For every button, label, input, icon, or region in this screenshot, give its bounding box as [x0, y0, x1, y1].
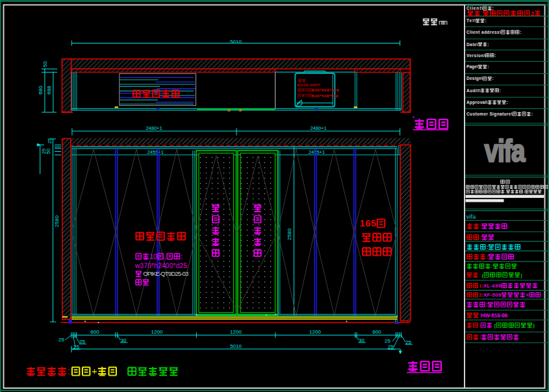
svg-text:,: ,	[164, 253, 166, 260]
svg-text::: :	[68, 366, 70, 376]
svg-text:Approval\: Approval\	[466, 100, 488, 105]
svg-text:5010: 5010	[230, 343, 242, 349]
svg-text:(: (	[482, 273, 484, 278]
svg-text:25: 25	[58, 337, 64, 343]
svg-text:25: 25	[405, 339, 411, 345]
svg-text:+: +	[92, 366, 97, 376]
svg-text::: :	[485, 18, 486, 23]
svg-text:600: 600	[90, 329, 99, 335]
svg-text::: :	[500, 88, 501, 93]
svg-text::: :	[487, 244, 489, 251]
svg-text:mm: mm	[439, 18, 448, 26]
svg-text:2455+1: 2455+1	[147, 149, 164, 155]
svg-text:KU15LA65TI: KU15LA65TI	[298, 83, 320, 87]
svg-text::: :	[181, 253, 183, 260]
svg-text:30: 30	[359, 337, 364, 343]
svg-text:Client address\: Client address\	[466, 30, 501, 34]
svg-text:): )	[533, 323, 535, 328]
svg-text:30: 30	[121, 337, 127, 343]
svg-text::: :	[487, 42, 489, 47]
svg-text::: :	[520, 30, 521, 34]
svg-text:Page\: Page\	[466, 64, 478, 69]
svg-text:688: 688	[46, 86, 52, 95]
svg-text:2:: 2:	[479, 292, 483, 298]
svg-text::: :	[492, 6, 494, 10]
svg-text::: :	[479, 223, 481, 230]
svg-text:HW-816-96: HW-816-96	[481, 312, 508, 319]
svg-text:Tel\: Tel\	[466, 18, 476, 23]
svg-text:XL-699: XL-699	[483, 283, 502, 289]
svg-text:25: 25	[79, 339, 85, 345]
svg-text:1200: 1200	[230, 329, 242, 335]
svg-text:820*548*549: 820*548*549	[312, 93, 338, 98]
svg-text::: :	[479, 334, 481, 340]
svg-text:680: 680	[38, 86, 44, 95]
svg-text::: :	[479, 273, 481, 278]
svg-text::: :	[531, 112, 533, 116]
svg-text:Version\: Version\	[466, 53, 485, 58]
svg-text:.: .	[524, 189, 525, 193]
svg-text::: :	[479, 234, 481, 241]
svg-text:+: +	[526, 292, 529, 298]
svg-text:w370*h2400*d25: w370*h2400*d25	[134, 262, 187, 269]
svg-text:): )	[520, 273, 522, 278]
svg-text:OPIKE-QT9D25-03: OPIKE-QT9D25-03	[143, 270, 188, 277]
svg-text:Design\: Design\	[466, 76, 483, 81]
svg-text:50: 50	[45, 149, 51, 154]
svg-text:5010: 5010	[230, 39, 242, 45]
svg-text::: :	[492, 76, 494, 80]
svg-text:1:: 1:	[479, 283, 483, 289]
svg-text:1200: 1200	[151, 329, 163, 335]
svg-text:2580: 2580	[287, 228, 292, 240]
svg-text::: :	[494, 53, 496, 58]
svg-text::: :	[487, 254, 489, 260]
svg-text:600: 600	[372, 329, 381, 335]
svg-text::: :	[491, 263, 493, 269]
svg-text:2580: 2580	[54, 215, 60, 227]
svg-text::: :	[507, 100, 508, 104]
svg-text:10: 10	[149, 253, 157, 260]
svg-text:25: 25	[47, 138, 53, 143]
svg-text:XF-509: XF-509	[483, 292, 502, 298]
svg-text:vifa: vifa	[485, 134, 526, 168]
svg-text::: :	[487, 64, 489, 69]
svg-text:2: 2	[531, 10, 534, 17]
svg-text:Date\: Date\	[466, 42, 478, 47]
svg-text:2480+1: 2480+1	[310, 125, 326, 131]
svg-text:165: 165	[360, 218, 377, 228]
svg-text:2480+1: 2480+1	[146, 125, 162, 131]
svg-text:.: .	[505, 189, 506, 193]
svg-text:Audit\: Audit\	[466, 88, 480, 93]
svg-text:1200: 1200	[309, 329, 321, 335]
svg-text:50: 50	[42, 61, 48, 67]
svg-text::: :	[486, 301, 488, 308]
svg-text:820*600*550: 820*600*550	[312, 88, 339, 92]
svg-text::: :	[479, 323, 481, 328]
svg-text:25: 25	[385, 338, 390, 344]
svg-text:vifa: vifa	[466, 214, 476, 220]
svg-text:Client\: Client\	[466, 6, 483, 10]
svg-text:(: (	[494, 323, 496, 328]
svg-text:Customer Signature\: Customer Signature\	[466, 112, 513, 117]
